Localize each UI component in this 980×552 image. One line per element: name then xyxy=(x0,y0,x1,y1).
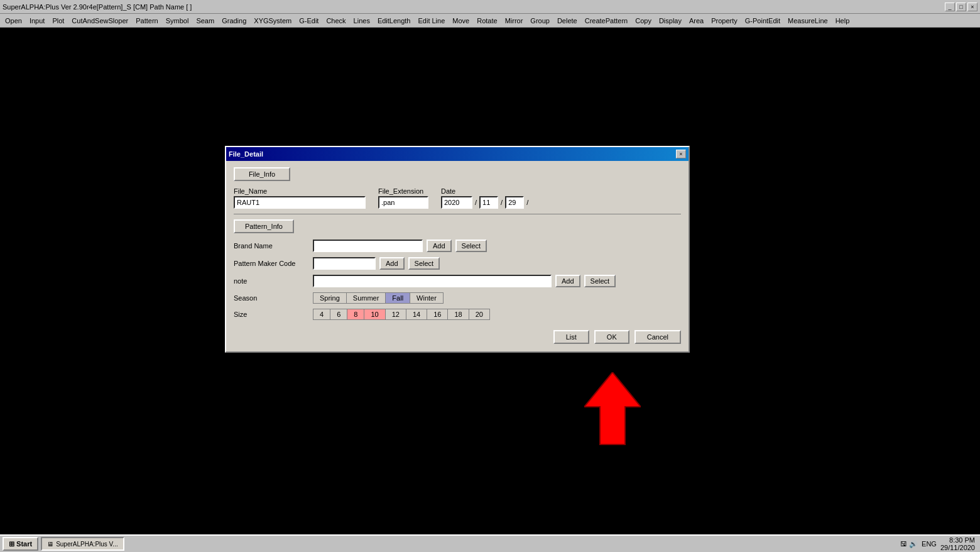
menu-gpointedit[interactable]: G-PointEdit xyxy=(741,16,784,26)
main-area: File_Detail × File_Info File_Name File_E… xyxy=(0,28,980,534)
size-table: 4 6 8 10 12 14 16 18 20 xyxy=(313,309,490,320)
dialog-close-button[interactable]: × xyxy=(676,150,686,158)
date-sep3: / xyxy=(526,199,528,206)
file-ext-input[interactable] xyxy=(378,196,428,209)
note-row: note Add Select xyxy=(234,275,681,287)
date-year-input[interactable] xyxy=(441,196,472,209)
season-winter[interactable]: Winter xyxy=(410,293,444,304)
menu-pattern[interactable]: Pattern xyxy=(132,16,161,26)
taskbar-datetime: 8:30 PM 29/11/2020 xyxy=(940,536,975,551)
date-month-input[interactable] xyxy=(479,196,498,209)
start-button[interactable]: ⊞ Start xyxy=(3,537,38,551)
menu-move[interactable]: Move xyxy=(449,16,473,26)
size-8[interactable]: 8 xyxy=(347,309,364,320)
menu-gedit[interactable]: G-Edit xyxy=(295,16,322,26)
size-6[interactable]: 6 xyxy=(330,309,347,320)
note-label: note xyxy=(234,277,309,285)
list-button[interactable]: List xyxy=(553,330,589,344)
date-label: Date xyxy=(441,187,528,195)
menu-property[interactable]: Property xyxy=(707,16,741,26)
pattern-maker-select-button[interactable]: Select xyxy=(408,257,440,270)
taskbar-app-icon: 🖥 xyxy=(47,541,53,548)
start-label: ⊞ Start xyxy=(9,540,32,548)
svg-marker-0 xyxy=(584,372,641,444)
date-sep1: / xyxy=(475,199,477,206)
taskbar: ⊞ Start 🖥 SuperALPHA:Plus V... 🖫 🔊 ENG 8… xyxy=(0,534,980,552)
menu-open[interactable]: Open xyxy=(1,16,26,26)
taskbar-app-item[interactable]: 🖥 SuperALPHA:Plus V... xyxy=(41,537,124,551)
red-arrow xyxy=(584,372,641,449)
menu-plot[interactable]: Plot xyxy=(48,16,68,26)
season-summer[interactable]: Summer xyxy=(346,293,386,304)
size-18[interactable]: 18 xyxy=(448,309,469,320)
menu-editline[interactable]: Edit Line xyxy=(414,16,449,26)
date-group: Date / / / xyxy=(441,187,528,209)
size-14[interactable]: 14 xyxy=(406,309,427,320)
taskbar-time-display: 8:30 PM xyxy=(940,536,975,544)
dialog-title: File_Detail xyxy=(229,150,263,158)
menu-input[interactable]: Input xyxy=(26,16,48,26)
menu-group[interactable]: Group xyxy=(526,16,553,26)
brand-select-button[interactable]: Select xyxy=(455,240,487,252)
menu-copy[interactable]: Copy xyxy=(631,16,655,26)
file-name-input[interactable] xyxy=(234,196,366,209)
pattern-maker-row: Pattern Maker Code Add Select xyxy=(234,257,681,270)
size-16[interactable]: 16 xyxy=(427,309,448,320)
menu-createpattern[interactable]: CreatePattern xyxy=(581,16,631,26)
file-info-button[interactable]: File_Info xyxy=(234,167,290,181)
menu-xygsystem[interactable]: XYGSystem xyxy=(250,16,295,26)
menu-check[interactable]: Check xyxy=(322,16,349,26)
menu-seam[interactable]: Seam xyxy=(192,16,218,26)
size-label: Size xyxy=(234,311,309,318)
size-10[interactable]: 10 xyxy=(364,309,385,320)
note-input[interactable] xyxy=(313,275,552,287)
menu-area[interactable]: Area xyxy=(685,16,707,26)
brand-name-input[interactable] xyxy=(313,240,423,252)
file-name-group: File_Name xyxy=(234,187,366,209)
pattern-maker-label: Pattern Maker Code xyxy=(234,260,309,267)
dialog-body: File_Info File_Name File_Extension Date xyxy=(226,161,689,351)
brand-name-label: Brand Name xyxy=(234,242,309,250)
taskbar-date-display: 29/11/2020 xyxy=(940,544,975,551)
cancel-button[interactable]: Cancel xyxy=(634,330,681,344)
menu-rotate[interactable]: Rotate xyxy=(473,16,501,26)
season-spring[interactable]: Spring xyxy=(313,293,347,304)
pattern-maker-input[interactable] xyxy=(313,257,376,270)
menu-display[interactable]: Display xyxy=(655,16,685,26)
note-select-button[interactable]: Select xyxy=(584,275,616,287)
menu-lines[interactable]: Lines xyxy=(350,16,374,26)
size-4[interactable]: 4 xyxy=(313,309,330,320)
menu-delete[interactable]: Delete xyxy=(553,16,581,26)
ok-button[interactable]: OK xyxy=(594,330,629,344)
file-ext-label: File_Extension xyxy=(378,187,428,195)
brand-add-button[interactable]: Add xyxy=(427,240,452,252)
menu-grading[interactable]: Grading xyxy=(218,16,250,26)
date-sep2: / xyxy=(501,199,503,206)
file-info-row: File_Name File_Extension Date / / xyxy=(234,187,681,209)
file-ext-group: File_Extension xyxy=(378,187,428,209)
size-20[interactable]: 20 xyxy=(469,309,489,320)
season-fall[interactable]: Fall xyxy=(386,293,410,304)
menu-help[interactable]: Help xyxy=(832,16,854,26)
season-table: Spring Summer Fall Winter xyxy=(313,292,444,304)
menu-mirror[interactable]: Mirror xyxy=(501,16,527,26)
season-label: Season xyxy=(234,294,309,302)
file-name-label: File_Name xyxy=(234,187,366,195)
taskbar-icons: 🖫 🔊 xyxy=(900,540,918,548)
minimize-button[interactable]: _ xyxy=(945,3,955,11)
file-detail-dialog: File_Detail × File_Info File_Name File_E… xyxy=(225,146,690,353)
date-day-input[interactable] xyxy=(505,196,524,209)
pattern-maker-add-button[interactable]: Add xyxy=(379,257,405,270)
menu-symbol[interactable]: Symbol xyxy=(162,16,193,26)
taskbar-right: 🖫 🔊 ENG 8:30 PM 29/11/2020 xyxy=(900,536,977,551)
menu-editlength[interactable]: EditLength xyxy=(374,16,415,26)
season-row-cells: Spring Summer Fall Winter xyxy=(313,293,444,304)
size-12[interactable]: 12 xyxy=(385,309,406,320)
menu-measureline[interactable]: MeasureLine xyxy=(784,16,832,26)
close-window-button[interactable]: × xyxy=(967,3,977,11)
pattern-info-button[interactable]: Pattern_Info xyxy=(234,219,294,233)
season-row: Season Spring Summer Fall Winter xyxy=(234,292,681,304)
note-add-button[interactable]: Add xyxy=(555,275,580,287)
menu-cutandsewsloper[interactable]: CutAndSewSloper xyxy=(68,16,132,26)
maximize-button[interactable]: □ xyxy=(956,3,966,11)
